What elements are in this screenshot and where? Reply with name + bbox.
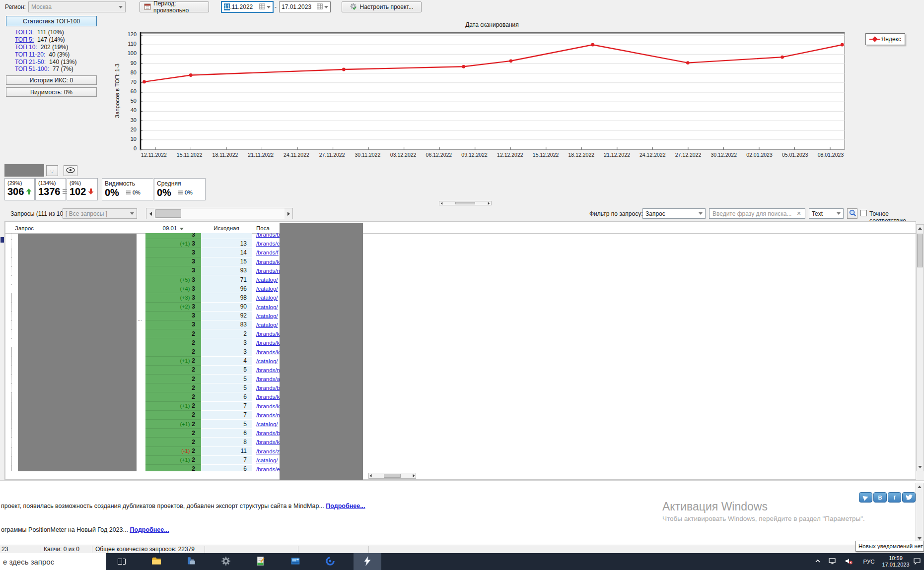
eye-button[interactable] [64,165,77,176]
column-header-query[interactable]: Запрос [15,225,34,231]
date-from-field[interactable]: 11.11.2022 [221,1,274,13]
facebook-button[interactable]: f [888,492,901,503]
scrollbar-thumb[interactable] [384,474,401,478]
column-header-landing[interactable]: Поса [256,225,270,231]
queries-filter-dropdown[interactable]: [ Все запросы ] [63,208,137,219]
top-stat-link[interactable]: ТОП 5: [15,36,34,43]
search-phrase-input[interactable] [709,208,805,219]
top-stat-link[interactable]: ТОП 10: [15,44,37,51]
vk-button[interactable]: B [873,492,887,503]
landing-page-link[interactable]: /brands/a [256,376,280,382]
position-value: 3 [192,233,195,238]
filter-mode-dropdown[interactable]: Text [809,208,844,219]
taskbar-clock[interactable]: 10:59 17.01.2023 [880,553,912,570]
photos-app-button[interactable] [285,553,305,570]
period-button[interactable]: Период: произвольно [140,1,209,12]
configure-project-button[interactable]: Настроить проект... [342,1,422,12]
scrollbar-thumb[interactable] [917,234,923,267]
landing-page-link[interactable]: /brands/b [256,430,280,436]
table-vertical-scrollbar[interactable] [916,224,924,471]
landing-page-link[interactable]: /catalog/ [256,286,278,292]
landing-page-link[interactable]: /brands/k [256,331,280,337]
scroll-left-icon[interactable] [146,208,154,219]
landing-page-link[interactable]: /catalog/ [256,295,278,301]
landing-page-link[interactable]: /brands/k [256,259,280,265]
mini-horizontal-scrollbar[interactable] [439,201,492,205]
x-axis-tick-label: 06.12.2022 [423,152,455,158]
panel-pin-icon[interactable] [0,237,4,243]
notepad-app-button[interactable] [251,553,271,570]
landing-page-link[interactable]: /brands/n [256,268,280,274]
top-stat-link[interactable]: ТОП 21-50: [15,59,46,65]
landing-page-link[interactable]: /catalog/ [256,358,278,364]
landing-page-link[interactable]: /brands/e [256,466,280,471]
clear-search-icon[interactable]: × [797,209,801,217]
landing-page-link[interactable]: /brands/k [256,403,280,409]
taskbar-search-box[interactable]: е здесь запрос [0,553,106,570]
scroll-left-icon[interactable] [441,202,443,205]
tools-app-button[interactable] [181,553,201,570]
project-options-button[interactable]: ·.· [46,165,58,176]
settings-button[interactable] [216,553,236,570]
landing-page-link[interactable]: /catalog/ [256,304,278,310]
exact-match-checkbox[interactable] [860,210,867,216]
landing-page-link[interactable]: /catalog/ [256,277,278,283]
news-vertical-scrollbar[interactable] [916,483,924,542]
scroll-right-icon[interactable] [284,208,292,219]
scroll-up-icon[interactable] [917,225,924,232]
landing-page-link[interactable]: /brands/n [256,412,280,418]
scroll-down-icon[interactable] [917,463,924,471]
landing-page-link[interactable]: /catalog/ [256,322,278,328]
language-indicator[interactable]: РУС [859,553,879,570]
landing-page-link[interactable]: /brands/f [256,250,279,255]
filter-field-dropdown[interactable]: Запрос [642,208,706,219]
top-stat-link[interactable]: ТОП 51-100: [15,65,49,72]
telegram-button[interactable] [859,492,872,503]
twitter-button[interactable] [902,492,916,503]
news-more-link[interactable]: Подробнее... [326,503,365,509]
iks-history-button[interactable]: История ИКС: 0 [6,75,97,85]
volume-tray-button[interactable] [841,553,857,570]
action-center-button[interactable] [911,553,924,570]
table-horizontal-scrollbar[interactable] [368,473,416,479]
tray-expand-button[interactable] [811,553,824,570]
network-tray-button[interactable] [825,553,840,570]
landing-page-link[interactable]: /catalog/ [256,457,278,463]
landing-page-link[interactable]: /brands/z [256,448,280,454]
landing-page-link[interactable]: /brands/n [256,367,280,373]
file-explorer-button[interactable] [146,553,166,570]
position-cell: 2 [145,411,201,420]
landing-page-link[interactable]: /catalog/ [256,313,278,319]
top-stat-link[interactable]: ТОП 11-20: [15,51,45,58]
column-header-initial[interactable]: Исходная [201,225,252,231]
scroll-up-icon[interactable] [916,483,923,490]
chart-line-series [140,32,845,150]
scroll-right-icon[interactable] [413,474,415,477]
landing-page-link[interactable]: /brands/k [256,340,280,346]
landing-page-link[interactable]: /brands/b [256,385,280,391]
landing-page-link[interactable]: /brands/k [256,439,280,445]
date-to-field[interactable]: 17.01.2023 [279,1,331,12]
top100-statistics-button[interactable]: Статистика ТОП-100 [6,16,97,26]
news-more-link[interactable]: Подробнее... [130,526,169,533]
column-header-date[interactable]: 09.01 [145,225,201,231]
scrollbar-thumb[interactable] [455,202,475,204]
landing-page-link[interactable]: /brands/k [256,394,280,400]
positionmeter-app-button[interactable] [354,553,381,570]
visibility-button[interactable]: Видимость: 0% [6,87,97,97]
search-button[interactable] [847,208,857,219]
top-stat-link[interactable]: ТОП 3: [15,29,34,36]
region-dropdown[interactable]: Москва [28,1,126,12]
scroll-right-icon[interactable] [488,202,490,205]
date-range-dash: - [275,3,277,10]
scrollbar-thumb[interactable] [155,209,181,218]
browser-app-button[interactable] [320,553,340,570]
column-splitter-handle[interactable]: ... [138,316,142,322]
landing-page-link[interactable]: /brands/b [256,233,280,238]
landing-page-link[interactable]: /brands/c [256,241,280,247]
landing-page-link[interactable]: /brands/k [256,349,280,355]
landing-page-link[interactable]: /catalog/ [256,421,278,427]
queries-horizontal-scrollbar[interactable] [146,208,293,219]
scroll-left-icon[interactable] [370,474,372,477]
task-view-button[interactable] [112,553,132,570]
